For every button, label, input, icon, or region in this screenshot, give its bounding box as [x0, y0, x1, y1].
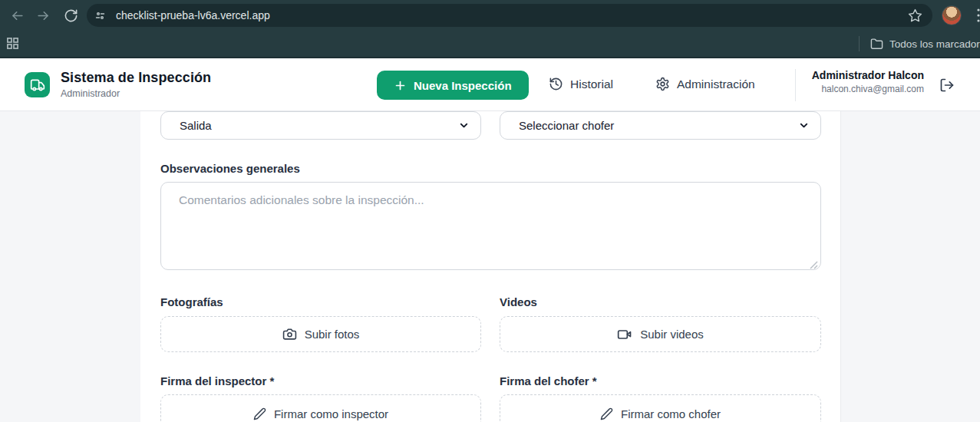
inspection-form-card: Salida Seleccionar chofer Observaciones … [140, 111, 841, 422]
chevron-down-icon [798, 120, 810, 131]
nav-administracion[interactable]: Administración [655, 77, 755, 91]
page-title: Sistema de Inspección [61, 70, 211, 86]
chevron-down-icon [458, 120, 470, 131]
bookmarks-separator [859, 36, 860, 51]
truck-icon [30, 77, 45, 93]
history-icon [549, 77, 563, 91]
inspection-type-select[interactable]: Salida [160, 111, 481, 140]
pen-icon [600, 407, 613, 420]
address-bar[interactable]: checklist-prueba-lv6a.vercel.app [87, 4, 932, 27]
sign-inspector-button[interactable]: Firmar como inspector [160, 394, 481, 422]
observations-label: Observaciones generales [160, 162, 481, 175]
logout-icon[interactable] [939, 77, 955, 94]
observations-placeholder: Comentarios adicionales sobre la inspecc… [179, 193, 808, 207]
gear-icon [655, 77, 670, 91]
header-divider [795, 69, 796, 101]
new-inspection-label: Nueva Inspección [414, 79, 512, 92]
camera-icon [282, 327, 297, 341]
bookmarks-bar: Todos los marcadores [0, 31, 980, 57]
inspector-signature-label: Firma del inspector * [160, 374, 481, 387]
new-inspection-button[interactable]: Nueva Inspección [377, 71, 529, 100]
upload-videos-label: Subir videos [640, 328, 704, 341]
nav-administracion-label: Administración [677, 77, 755, 91]
video-camera-icon [617, 327, 632, 342]
url-text[interactable]: checklist-prueba-lv6a.vercel.app [116, 9, 906, 21]
user-email: halcon.chiva@gmail.com [812, 84, 924, 94]
resize-handle[interactable] [810, 259, 818, 267]
user-name: Administrador Halcon [812, 69, 924, 81]
browser-menu-icon[interactable] [975, 8, 980, 23]
forward-icon[interactable] [34, 6, 52, 25]
photos-label: Fotografías [160, 295, 481, 308]
page-background: Salida Seleccionar chofer Observaciones … [0, 111, 980, 422]
site-info-icon[interactable] [90, 5, 110, 25]
sign-driver-button[interactable]: Firmar como chofer [500, 394, 821, 422]
upload-photos-button[interactable]: Subir fotos [160, 316, 481, 352]
videos-label: Videos [500, 295, 821, 308]
upload-videos-button[interactable]: Subir videos [500, 316, 821, 352]
all-bookmarks[interactable]: Todos los marcadores [859, 31, 980, 57]
inspection-type-value: Salida [180, 119, 212, 132]
driver-signature-label: Firma del chofer * [500, 374, 821, 387]
browser-toolbar: checklist-prueba-lv6a.vercel.app [0, 0, 980, 31]
tab-groups-icon[interactable] [6, 37, 19, 53]
nav-historial-label: Historial [570, 77, 613, 91]
browser-chrome: checklist-prueba-lv6a.vercel.app Todos l… [0, 0, 980, 58]
user-info: Administrador Halcon halcon.chiva@gmail.… [812, 69, 924, 94]
driver-select-value: Seleccionar chofer [519, 119, 614, 132]
bookmark-star-icon[interactable] [906, 7, 923, 24]
folder-icon [870, 38, 883, 51]
profile-avatar[interactable] [942, 5, 962, 25]
role-subtitle: Administrador [61, 88, 211, 99]
driver-select[interactable]: Seleccionar chofer [500, 111, 821, 140]
pen-icon [253, 407, 266, 420]
observations-textarea[interactable]: Comentarios adicionales sobre la inspecc… [160, 182, 821, 270]
app-logo [25, 72, 50, 97]
upload-photos-label: Subir fotos [305, 328, 360, 341]
nav-historial[interactable]: Historial [549, 77, 613, 91]
plus-icon [394, 79, 407, 92]
all-bookmarks-label: Todos los marcadores [889, 38, 980, 50]
back-icon[interactable] [8, 6, 26, 25]
app-header: Sistema de Inspección Administrador Nuev… [0, 58, 980, 111]
sign-driver-label: Firmar como chofer [621, 407, 721, 420]
reload-icon[interactable] [61, 6, 80, 25]
sign-inspector-label: Firmar como inspector [274, 407, 388, 420]
